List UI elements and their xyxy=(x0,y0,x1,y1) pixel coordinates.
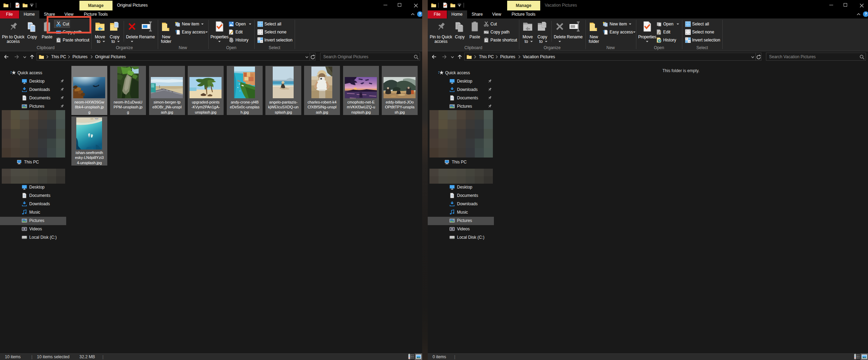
svg-text:?: ? xyxy=(419,12,421,16)
svg-text:?: ? xyxy=(865,12,867,16)
